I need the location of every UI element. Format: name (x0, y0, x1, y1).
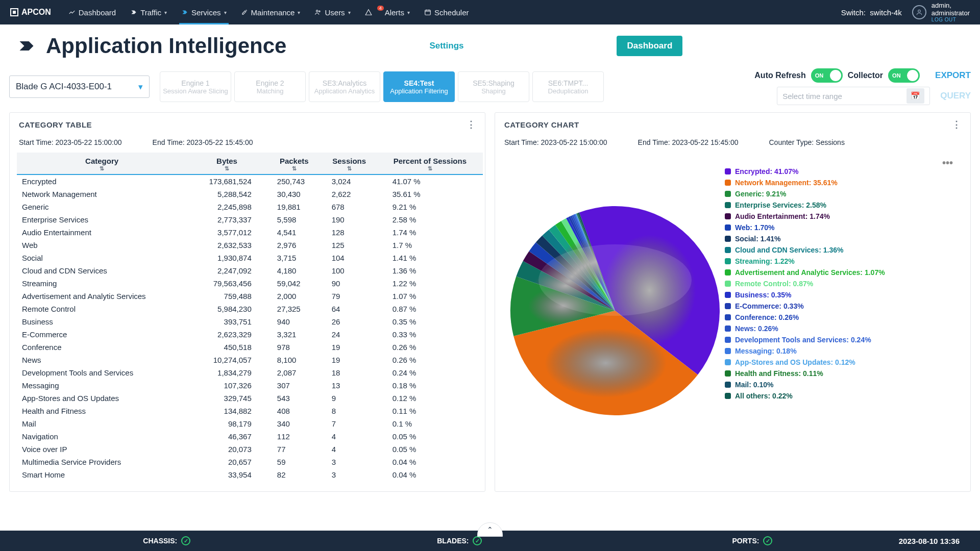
table-row[interactable]: Development Tools and Services1,834,2792… (17, 366, 483, 379)
legend-swatch (725, 359, 731, 365)
engine-tab[interactable]: SE5:ShapingShaping (458, 71, 529, 102)
legend-item[interactable]: Conference: 0.26% (725, 314, 960, 321)
category-pie-chart[interactable] (508, 204, 722, 418)
table-row[interactable]: Social1,930,8743,7151041.41 % (17, 252, 483, 264)
table-row[interactable]: Network Management5,288,54230,4302,62235… (17, 188, 483, 201)
table-row[interactable]: Multimedia Service Providers20,6575930.0… (17, 456, 483, 468)
column-header[interactable]: Sessions⇅ (322, 153, 377, 174)
table-row[interactable]: Mail98,17934070.1 % (17, 417, 483, 430)
engine-tab[interactable]: Engine 1Session Aware Slicing (160, 71, 231, 102)
table-row[interactable]: Web2,632,5332,9761251.7 % (17, 239, 483, 252)
legend-item[interactable]: Advertisement and Analytic Services: 1.0… (725, 269, 960, 276)
table-row[interactable]: Conference450,518978190.26 % (17, 341, 483, 354)
legend-item[interactable]: Mail: 0.10% (725, 381, 960, 388)
table-row[interactable]: Advertisement and Analytic Services759,4… (17, 290, 483, 303)
table-row[interactable]: App-Stores and OS Updates329,74554390.12… (17, 392, 483, 405)
table-row[interactable]: Audio Entertainment3,577,0124,5411281.74… (17, 226, 483, 239)
legend-item[interactable]: Health and Fitness: 0.11% (725, 370, 960, 377)
engine-tab[interactable]: SE3:AnalyticsApplication Analytics (309, 71, 380, 102)
user-menu[interactable]: admin, administrator LOG OUT (912, 2, 970, 22)
legend-item[interactable]: Generic: 9.21% (725, 190, 960, 197)
legend-item[interactable]: Streaming: 1.22% (725, 258, 960, 265)
legend-item[interactable]: Remote Control: 0.87% (725, 280, 960, 287)
table-end-time: End Time: 2023-05-22 15:45:00 (153, 138, 253, 146)
legend-swatch (725, 247, 731, 253)
export-link[interactable]: EXPORT (935, 70, 971, 81)
svg-point-5 (918, 10, 921, 12)
svg-point-2 (316, 10, 318, 12)
table-row[interactable]: Health and Fitness134,88240880.11 % (17, 405, 483, 417)
legend-item[interactable]: Social: 1.41% (725, 235, 960, 242)
chart-counter-type: Counter Type: Sessions (769, 138, 845, 146)
alerts-icon (365, 9, 372, 16)
table-row[interactable]: Generic2,245,89819,8816789.21 % (17, 201, 483, 213)
legend-swatch (725, 348, 731, 354)
collector-toggle[interactable]: ON (888, 68, 920, 83)
column-header[interactable]: Packets⇅ (267, 153, 322, 174)
table-row[interactable]: Business393,751940260.35 % (17, 315, 483, 328)
legend-item[interactable]: News: 0.26% (725, 325, 960, 332)
legend-swatch (725, 292, 731, 298)
nav-dashboard[interactable]: Dashboard (61, 0, 123, 24)
table-row[interactable]: Remote Control5,984,23027,325640.87 % (17, 303, 483, 315)
dashboard-button[interactable]: Dashboard (617, 36, 682, 56)
logout-link[interactable]: LOG OUT (932, 17, 970, 22)
legend-item[interactable]: All others: 0.22% (725, 392, 960, 399)
legend-item[interactable]: Encrypted: 41.07% (725, 168, 960, 175)
autorefresh-toggle[interactable]: ON (811, 68, 843, 83)
svg-rect-1 (13, 11, 16, 14)
legend-item[interactable]: Web: 1.70% (725, 224, 960, 231)
legend-item[interactable]: Messaging: 0.18% (725, 347, 960, 355)
legend-more-icon[interactable]: ••• (725, 158, 960, 168)
brand-logo: APCON (10, 8, 51, 17)
legend-item[interactable]: Cloud and CDN Services: 1.36% (725, 246, 960, 254)
ok-icon: ✓ (181, 536, 190, 545)
table-row[interactable]: Navigation46,36711240.05 % (17, 430, 483, 443)
chart-end-time: End Time: 2023-05-22 15:45:00 (638, 138, 739, 146)
engine-tab[interactable]: Engine 2Matching (234, 71, 306, 102)
legend-item[interactable]: Audio Entertainment: 1.74% (725, 213, 960, 220)
switch-label: Switch: switch-4k (841, 8, 902, 17)
nav-users[interactable]: Users▾ (307, 0, 357, 24)
nav-scheduler[interactable]: Scheduler (417, 0, 476, 24)
table-row[interactable]: Voice over IP20,0737740.05 % (17, 443, 483, 456)
engine-tab[interactable]: SE6:TMPT...Deduplication (532, 71, 604, 102)
table-row[interactable]: Enterprise Services2,773,3375,5981902.58… (17, 213, 483, 226)
footer-expand-icon[interactable]: ⌃ (477, 522, 503, 537)
table-row[interactable]: E-Commerce2,623,3293,321240.33 % (17, 328, 483, 341)
table-row[interactable]: Cloud and CDN Services2,247,0924,1801001… (17, 264, 483, 277)
legend-item[interactable]: Development Tools and Services: 0.24% (725, 336, 960, 343)
table-row[interactable]: Encrypted173,681,524250,7433,02441.07 % (17, 174, 483, 188)
chart-panel-menu[interactable]: ⋮ (952, 119, 961, 130)
table-row[interactable]: Smart Home33,9548230.04 % (17, 468, 483, 481)
engine-tab[interactable]: SE4:TestApplication Filtering (383, 71, 455, 102)
table-row[interactable]: Streaming79,563,45659,042901.22 % (17, 277, 483, 290)
column-header[interactable]: Category⇅ (17, 153, 187, 174)
table-row[interactable]: News10,274,0578,100190.26 % (17, 354, 483, 366)
table-panel-menu[interactable]: ⋮ (467, 119, 476, 130)
legend-item[interactable]: Business: 0.35% (725, 291, 960, 298)
query-link[interactable]: QUERY (940, 91, 971, 101)
column-header[interactable]: Percent of Sessions⇅ (377, 153, 483, 174)
table-start-time: Start Time: 2023-05-22 15:00:00 (19, 138, 122, 146)
time-range-input[interactable]: Select time range 📅 (777, 87, 930, 105)
nav-maintenance[interactable]: Maintenance▾ (234, 0, 308, 24)
nav-alerts[interactable]: 4Alerts▾ (358, 0, 417, 24)
column-header[interactable]: Bytes⇅ (187, 153, 267, 174)
nav-traffic[interactable]: Traffic▾ (123, 0, 174, 24)
alert-badge: 4 (377, 6, 384, 11)
blade-select[interactable]: Blade G ACI-4033-E00-1 ▾ (9, 76, 150, 98)
legend-item[interactable]: App-Stores and OS Updates: 0.12% (725, 359, 960, 366)
nav-services[interactable]: Services▾ (174, 0, 234, 24)
legend-item[interactable]: Enterprise Services: 2.58% (725, 202, 960, 209)
ports-status: PORTS:✓ (606, 536, 899, 545)
settings-link[interactable]: Settings (429, 41, 463, 51)
legend-swatch (725, 370, 731, 377)
legend-swatch (725, 303, 731, 309)
user-avatar-icon (912, 5, 926, 19)
table-row[interactable]: Messaging107,326307130.18 % (17, 379, 483, 392)
legend-item[interactable]: E-Commerce: 0.33% (725, 303, 960, 310)
table-panel-title: CATEGORY TABLE (19, 120, 92, 129)
legend-item[interactable]: Network Management: 35.61% (725, 179, 960, 186)
app-intel-icon (17, 37, 36, 55)
